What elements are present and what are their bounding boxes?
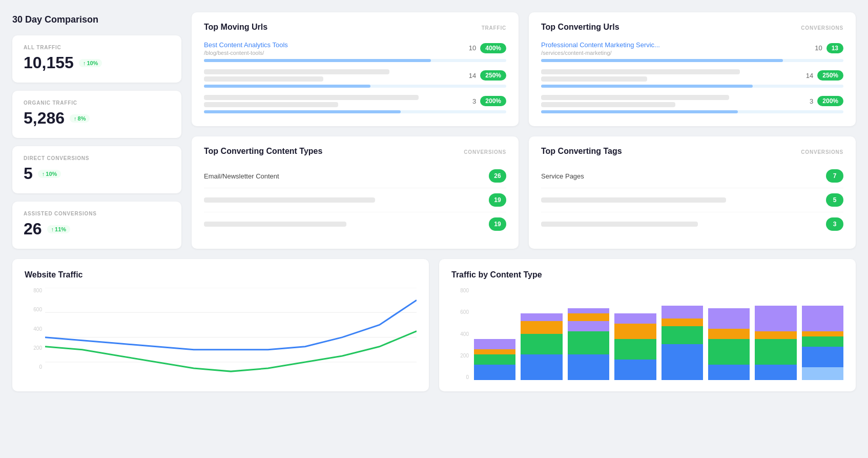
- top-converting-urls-title: Top Converting Urls: [541, 23, 619, 32]
- organic-traffic-label: ORGANIC TRAFFIC: [24, 100, 170, 106]
- assisted-conversions-badge: 11%: [47, 225, 71, 233]
- all-traffic-value-row: 10,155 10%: [24, 53, 170, 72]
- progress-bar: [541, 85, 753, 88]
- bar-col: [614, 313, 656, 380]
- bar-col: [708, 308, 750, 380]
- progress-bar: [204, 110, 401, 113]
- bar-stack: [474, 339, 515, 380]
- url-row-top: 3 200%: [541, 95, 843, 107]
- url-badge: 250%: [817, 70, 843, 81]
- progress-bar-wrap: [204, 59, 506, 62]
- direct-conversions-badge: 10%: [38, 170, 61, 178]
- bar-stack: [802, 306, 843, 380]
- skeleton-line: [541, 69, 740, 74]
- bar-stack: [662, 306, 703, 380]
- top-converting-urls-meta: CONVERSIONS: [801, 25, 843, 31]
- url-row-top: 3 200%: [204, 95, 506, 107]
- tag-label: Service Pages: [541, 172, 584, 180]
- skeleton-placeholder: [204, 197, 489, 203]
- progress-bar: [204, 85, 370, 88]
- skeleton-placeholder: [204, 222, 489, 227]
- left-column: 30 Day Comparison ALL TRAFFIC 10,155 10%…: [12, 12, 181, 249]
- assisted-conversions-number: 26: [24, 220, 42, 238]
- bar-segment: [755, 306, 796, 331]
- url-count: 3: [472, 97, 476, 105]
- skeleton-line: [204, 102, 338, 107]
- bar-segment: [708, 339, 750, 365]
- assisted-conversions-value-row: 26 11%: [24, 220, 170, 238]
- bar-stack: [614, 313, 656, 380]
- line-chart-svg: [45, 288, 417, 380]
- direct-conversions-label: DIRECT CONVERSIONS: [24, 155, 170, 161]
- bar-segment: [568, 354, 609, 380]
- bar-col: [521, 313, 562, 380]
- tag-count: 7: [826, 169, 843, 183]
- bar-segment: [662, 318, 703, 326]
- bar-segment: [708, 308, 750, 329]
- content-type-count: 19: [489, 217, 506, 231]
- url-badge: 200%: [480, 96, 506, 106]
- traffic-by-content-type-chart-card: Traffic by Content Type 800 600 400 200 …: [439, 259, 856, 391]
- top-converting-urls-card: Top Converting Urls CONVERSIONS Professi…: [529, 12, 856, 126]
- assisted-conversions-card: ASSISTED CONVERSIONS 26 11%: [12, 202, 181, 249]
- url-row-top: Professional Content Marketing Servic...…: [541, 40, 843, 56]
- progress-bar: [541, 110, 738, 113]
- organic-traffic-value-row: 5,286 8%: [24, 109, 170, 128]
- bar-stack: [755, 306, 796, 380]
- skeleton-line: [204, 197, 375, 203]
- dashboard: 30 Day Comparison ALL TRAFFIC 10,155 10%…: [12, 12, 856, 391]
- bar-segment: [708, 329, 750, 339]
- content-type-count: 19: [489, 193, 506, 207]
- top-converting-content-types-title: Top Converting Content Types: [204, 147, 322, 156]
- progress-bar-wrap: [541, 59, 843, 62]
- url-badge: 13: [826, 43, 843, 53]
- y-label: 200: [33, 345, 42, 351]
- bar-segment: [474, 365, 515, 380]
- skeleton-line: [204, 76, 323, 82]
- tag-count: 5: [826, 193, 843, 207]
- bar-col: [662, 306, 703, 380]
- bar-segment: [802, 306, 843, 331]
- skeleton-line: [541, 76, 647, 82]
- all-traffic-badge: 10%: [79, 59, 102, 67]
- progress-bar-wrap: [204, 110, 506, 113]
- bar-segment: [755, 339, 796, 365]
- website-traffic-title: Website Traffic: [25, 270, 417, 280]
- url-row-top: 14 250%: [541, 69, 843, 82]
- url-sub: /blog/best-content-tools/: [204, 50, 288, 56]
- bar-segment: [614, 324, 656, 339]
- top-converting-tags-header: Top Converting Tags CONVERSIONS: [541, 147, 843, 156]
- all-traffic-card: ALL TRAFFIC 10,155 10%: [12, 35, 181, 83]
- bar-segment: [568, 313, 609, 321]
- bottom-row: Website Traffic 800 600 400 200 0: [12, 259, 856, 391]
- url-right: 14 250%: [806, 70, 843, 81]
- url-count: 3: [810, 97, 813, 105]
- url-row: 14 250%: [541, 69, 843, 88]
- bar-col: [755, 306, 796, 380]
- bar-stack: [708, 308, 750, 380]
- top-converting-tags-meta: CONVERSIONS: [801, 149, 843, 155]
- tag-count: 3: [826, 217, 843, 231]
- all-traffic-label: ALL TRAFFIC: [24, 45, 170, 50]
- top-converting-content-types-card: Top Converting Content Types CONVERSIONS…: [192, 136, 519, 249]
- top-moving-urls-card: Top Moving Urls TRAFFIC Best Content Ana…: [192, 12, 519, 126]
- url-sub: /services/content-marketing/: [541, 50, 660, 56]
- bar-segment: [614, 313, 656, 324]
- url-right: 3 200%: [472, 96, 506, 106]
- url-link[interactable]: Professional Content Marketing Servic...: [541, 41, 660, 49]
- bar-segment: [662, 306, 703, 318]
- skeleton-line: [204, 69, 389, 74]
- direct-conversions-card: DIRECT CONVERSIONS 5 10%: [12, 146, 181, 193]
- top-converting-tags-card: Top Converting Tags CONVERSIONS Service …: [529, 136, 856, 249]
- bar-segment: [568, 308, 609, 313]
- bar-segment: [802, 367, 843, 380]
- bar-chart-container: 800 600 400 200 0: [451, 288, 843, 380]
- bar-segment: [474, 349, 515, 354]
- url-link[interactable]: Best Content Analytics Tools: [204, 41, 288, 49]
- url-info: Best Content Analytics Tools /blog/best-…: [204, 40, 288, 56]
- bar-segment: [662, 344, 703, 380]
- content-row: 19: [204, 212, 506, 236]
- url-skeleton-lines: [541, 69, 806, 82]
- url-count: 10: [469, 44, 476, 52]
- skeleton-line: [204, 222, 346, 227]
